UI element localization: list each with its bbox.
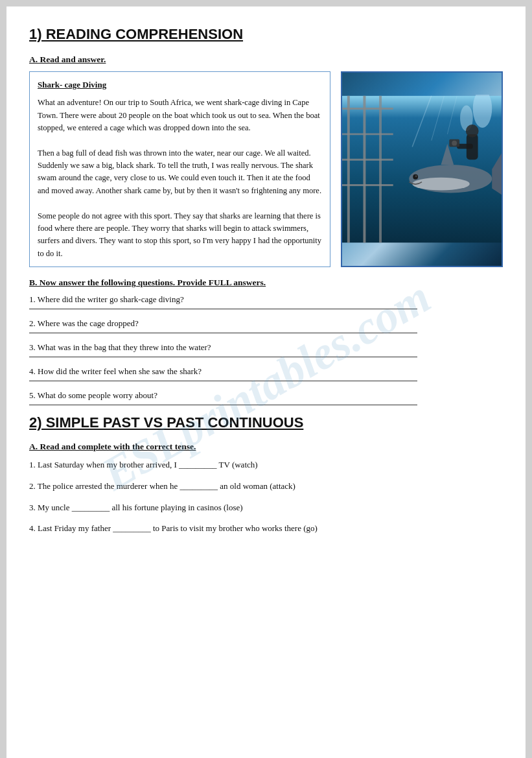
passage-title: Shark- cage Diving: [38, 78, 322, 91]
svg-point-17: [466, 124, 479, 137]
questions-section: 1. Where did the writer go shark-cage di…: [29, 294, 503, 405]
question-item-2: 2. Where was the cage dropped?: [29, 318, 503, 333]
question-4: 4. How did the writer feel when she saw …: [29, 366, 503, 377]
exercise-item-3: 3. My uncle _________ all his fortune pl…: [29, 501, 503, 515]
svg-point-13: [412, 178, 470, 191]
shark-photo: [341, 71, 503, 267]
passage-para-3: Some people do not agree with this sport…: [38, 210, 322, 261]
svg-point-20: [452, 141, 457, 146]
exercise-item-2: 2. The police arrested the murderer when…: [29, 480, 503, 493]
passage-para-1: What an adventure! On our trip to South …: [38, 97, 322, 134]
section2-title: 2) SIMPLE PAST VS PAST CONTINUOUS: [29, 414, 503, 431]
section1-title: 1) READING COMPREHENSION: [29, 26, 503, 43]
question-3: 3. What was in the bag that they threw i…: [29, 342, 503, 353]
answer-line-5: [29, 405, 417, 405]
question-item-1: 1. Where did the writer go shark-cage di…: [29, 294, 503, 309]
question-item-4: 4. How did the writer feel when she saw …: [29, 366, 503, 381]
passage-box: Shark- cage Diving What an adventure! On…: [29, 71, 330, 267]
shark-svg: [342, 95, 502, 244]
answer-line-2: [29, 333, 417, 333]
subsection2-a-label: A. Read and complete with the correct te…: [29, 442, 503, 452]
question-1: 1. Where did the writer go shark-cage di…: [29, 294, 503, 305]
question-5: 5. What do some people worry about?: [29, 390, 503, 401]
shark-scene: [342, 73, 502, 266]
question-item-3: 3. What was in the bag that they threw i…: [29, 342, 503, 357]
svg-point-15: [415, 175, 417, 177]
question-item-5: 5. What do some people worry about?: [29, 390, 503, 405]
exercise-list: 1. Last Saturday when my brother arrived…: [29, 458, 503, 536]
page: ESLprintables.com 1) READING COMPREHENSI…: [6, 6, 526, 758]
answer-line-4: [29, 381, 417, 381]
passage-para-2: Then a bag full of dead fish was thrown …: [38, 147, 322, 198]
exercise-item-4: 4. Last Friday my father _________ to Pa…: [29, 522, 503, 536]
answer-line-3: [29, 357, 417, 357]
answer-line-1: [29, 309, 417, 309]
subsection-a-label: A. Read and answer.: [29, 54, 503, 65]
subsection-b-label: B. Now answer the following questions. P…: [29, 278, 503, 288]
question-2: 2. Where was the cage dropped?: [29, 318, 503, 329]
exercise-item-1: 1. Last Saturday when my brother arrived…: [29, 458, 503, 472]
reading-block: Shark- cage Diving What an adventure! On…: [29, 71, 503, 267]
